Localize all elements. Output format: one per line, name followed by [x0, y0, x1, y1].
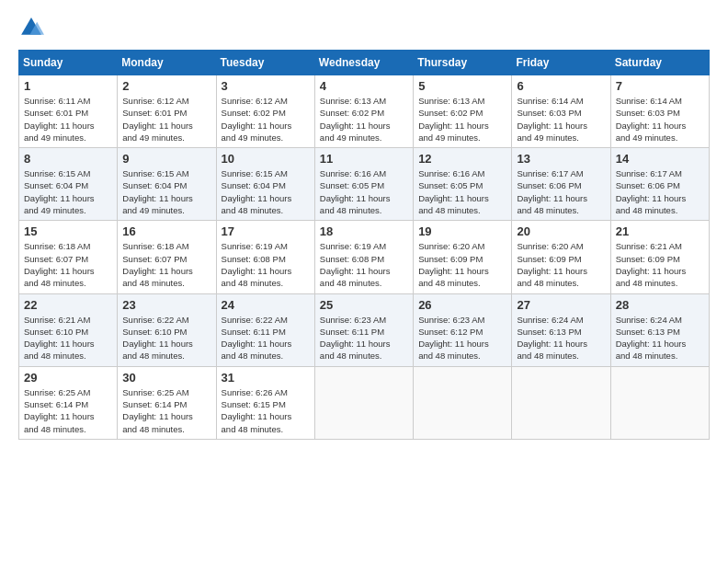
calendar-cell: 22Sunrise: 6:21 AMSunset: 6:10 PMDayligh… [19, 293, 118, 366]
day-number: 3 [222, 79, 310, 93]
calendar-cell: 3Sunrise: 6:12 AMSunset: 6:02 PMDaylight… [216, 75, 314, 148]
calendar-cell: 24Sunrise: 6:22 AMSunset: 6:11 PMDayligh… [216, 293, 314, 366]
day-info: Sunrise: 6:12 AMSunset: 6:01 PMDaylight:… [122, 95, 210, 144]
day-number: 29 [24, 371, 112, 385]
calendar-cell: 27Sunrise: 6:24 AMSunset: 6:13 PMDayligh… [512, 293, 610, 366]
calendar-cell [314, 366, 413, 439]
day-number: 18 [320, 224, 408, 238]
calendar-week-1: 1Sunrise: 6:11 AMSunset: 6:01 PMDaylight… [19, 75, 710, 148]
day-number: 9 [122, 152, 210, 166]
day-number: 12 [418, 152, 506, 166]
day-info: Sunrise: 6:26 AMSunset: 6:15 PMDaylight:… [222, 386, 310, 435]
day-info: Sunrise: 6:11 AMSunset: 6:01 PMDaylight:… [24, 95, 112, 144]
day-number: 5 [418, 79, 506, 93]
day-number: 6 [517, 79, 605, 93]
day-number: 2 [122, 79, 210, 93]
calendar-cell: 10Sunrise: 6:15 AMSunset: 6:04 PMDayligh… [216, 148, 314, 221]
calendar-cell: 15Sunrise: 6:18 AMSunset: 6:07 PMDayligh… [19, 221, 118, 293]
day-number: 17 [222, 224, 310, 238]
calendar-cell: 2Sunrise: 6:12 AMSunset: 6:01 PMDaylight… [118, 75, 216, 148]
calendar-cell [610, 366, 709, 439]
calendar-cell: 4Sunrise: 6:13 AMSunset: 6:02 PMDaylight… [314, 75, 413, 148]
calendar-cell: 5Sunrise: 6:13 AMSunset: 6:02 PMDaylight… [414, 75, 512, 148]
day-info: Sunrise: 6:25 AMSunset: 6:14 PMDaylight:… [122, 386, 210, 435]
day-info: Sunrise: 6:18 AMSunset: 6:07 PMDaylight:… [122, 240, 210, 289]
calendar-cell: 14Sunrise: 6:17 AMSunset: 6:06 PMDayligh… [610, 148, 709, 221]
calendar-body: 1Sunrise: 6:11 AMSunset: 6:01 PMDaylight… [19, 75, 710, 440]
day-number: 31 [222, 371, 310, 385]
day-info: Sunrise: 6:20 AMSunset: 6:09 PMDaylight:… [517, 240, 605, 289]
day-info: Sunrise: 6:23 AMSunset: 6:11 PMDaylight:… [320, 314, 408, 362]
day-info: Sunrise: 6:13 AMSunset: 6:02 PMDaylight:… [320, 95, 408, 144]
day-info: Sunrise: 6:19 AMSunset: 6:08 PMDaylight:… [320, 240, 408, 289]
day-info: Sunrise: 6:14 AMSunset: 6:03 PMDaylight:… [616, 95, 704, 144]
calendar-cell: 13Sunrise: 6:17 AMSunset: 6:06 PMDayligh… [512, 148, 610, 221]
calendar-cell: 26Sunrise: 6:23 AMSunset: 6:12 PMDayligh… [414, 293, 512, 366]
day-info: Sunrise: 6:21 AMSunset: 6:10 PMDaylight:… [24, 314, 112, 362]
weekday-header-friday: Friday [512, 51, 610, 75]
calendar-table: SundayMondayTuesdayWednesdayThursdayFrid… [18, 50, 710, 440]
page: SundayMondayTuesdayWednesdayThursdayFrid… [0, 0, 728, 563]
calendar-cell: 9Sunrise: 6:15 AMSunset: 6:04 PMDaylight… [118, 148, 216, 221]
calendar-cell: 17Sunrise: 6:19 AMSunset: 6:08 PMDayligh… [216, 221, 314, 293]
calendar-cell: 20Sunrise: 6:20 AMSunset: 6:09 PMDayligh… [512, 221, 610, 293]
calendar-cell: 18Sunrise: 6:19 AMSunset: 6:08 PMDayligh… [314, 221, 413, 293]
logo [18, 15, 48, 40]
day-number: 4 [320, 79, 408, 93]
day-number: 19 [418, 224, 506, 238]
day-number: 16 [122, 224, 210, 238]
day-number: 30 [122, 371, 210, 385]
day-number: 21 [616, 224, 704, 238]
day-info: Sunrise: 6:15 AMSunset: 6:04 PMDaylight:… [122, 167, 210, 216]
day-number: 22 [24, 298, 112, 312]
day-info: Sunrise: 6:25 AMSunset: 6:14 PMDaylight:… [24, 386, 112, 435]
day-number: 24 [222, 298, 310, 312]
day-info: Sunrise: 6:15 AMSunset: 6:04 PMDaylight:… [24, 167, 112, 216]
calendar-cell: 31Sunrise: 6:26 AMSunset: 6:15 PMDayligh… [216, 366, 314, 439]
weekday-header-saturday: Saturday [610, 51, 709, 75]
calendar-week-5: 29Sunrise: 6:25 AMSunset: 6:14 PMDayligh… [19, 366, 710, 439]
day-info: Sunrise: 6:12 AMSunset: 6:02 PMDaylight:… [222, 95, 310, 144]
day-number: 7 [616, 79, 704, 93]
day-number: 28 [616, 298, 704, 312]
calendar-cell: 19Sunrise: 6:20 AMSunset: 6:09 PMDayligh… [414, 221, 512, 293]
calendar-week-3: 15Sunrise: 6:18 AMSunset: 6:07 PMDayligh… [19, 221, 710, 293]
day-info: Sunrise: 6:18 AMSunset: 6:07 PMDaylight:… [24, 240, 112, 289]
calendar-cell: 11Sunrise: 6:16 AMSunset: 6:05 PMDayligh… [314, 148, 413, 221]
day-number: 23 [122, 298, 210, 312]
calendar-cell: 8Sunrise: 6:15 AMSunset: 6:04 PMDaylight… [19, 148, 118, 221]
calendar-cell: 16Sunrise: 6:18 AMSunset: 6:07 PMDayligh… [118, 221, 216, 293]
day-info: Sunrise: 6:16 AMSunset: 6:05 PMDaylight:… [418, 167, 506, 216]
calendar-cell: 25Sunrise: 6:23 AMSunset: 6:11 PMDayligh… [314, 293, 413, 366]
calendar-cell: 29Sunrise: 6:25 AMSunset: 6:14 PMDayligh… [19, 366, 118, 439]
weekday-header-wednesday: Wednesday [314, 51, 413, 75]
day-number: 20 [517, 224, 605, 238]
day-number: 11 [320, 152, 408, 166]
day-number: 15 [24, 224, 112, 238]
day-number: 8 [24, 152, 112, 166]
weekday-header-monday: Monday [118, 51, 216, 75]
day-number: 1 [24, 79, 112, 93]
calendar-cell: 28Sunrise: 6:24 AMSunset: 6:13 PMDayligh… [610, 293, 709, 366]
day-info: Sunrise: 6:13 AMSunset: 6:02 PMDaylight:… [418, 95, 506, 144]
day-number: 27 [517, 298, 605, 312]
day-number: 26 [418, 298, 506, 312]
day-info: Sunrise: 6:20 AMSunset: 6:09 PMDaylight:… [418, 240, 506, 289]
calendar-week-4: 22Sunrise: 6:21 AMSunset: 6:10 PMDayligh… [19, 293, 710, 366]
weekday-header-thursday: Thursday [414, 51, 512, 75]
calendar-week-2: 8Sunrise: 6:15 AMSunset: 6:04 PMDaylight… [19, 148, 710, 221]
day-info: Sunrise: 6:17 AMSunset: 6:06 PMDaylight:… [616, 167, 704, 216]
day-info: Sunrise: 6:19 AMSunset: 6:08 PMDaylight:… [222, 240, 310, 289]
weekday-header-tuesday: Tuesday [216, 51, 314, 75]
logo-icon [18, 15, 44, 40]
day-info: Sunrise: 6:23 AMSunset: 6:12 PMDaylight:… [418, 314, 506, 362]
header [18, 15, 710, 40]
calendar-cell [414, 366, 512, 439]
day-info: Sunrise: 6:16 AMSunset: 6:05 PMDaylight:… [320, 167, 408, 216]
calendar-cell: 23Sunrise: 6:22 AMSunset: 6:10 PMDayligh… [118, 293, 216, 366]
calendar-cell: 6Sunrise: 6:14 AMSunset: 6:03 PMDaylight… [512, 75, 610, 148]
calendar-cell: 1Sunrise: 6:11 AMSunset: 6:01 PMDaylight… [19, 75, 118, 148]
calendar-cell: 12Sunrise: 6:16 AMSunset: 6:05 PMDayligh… [414, 148, 512, 221]
day-info: Sunrise: 6:22 AMSunset: 6:10 PMDaylight:… [122, 314, 210, 362]
day-info: Sunrise: 6:14 AMSunset: 6:03 PMDaylight:… [517, 95, 605, 144]
